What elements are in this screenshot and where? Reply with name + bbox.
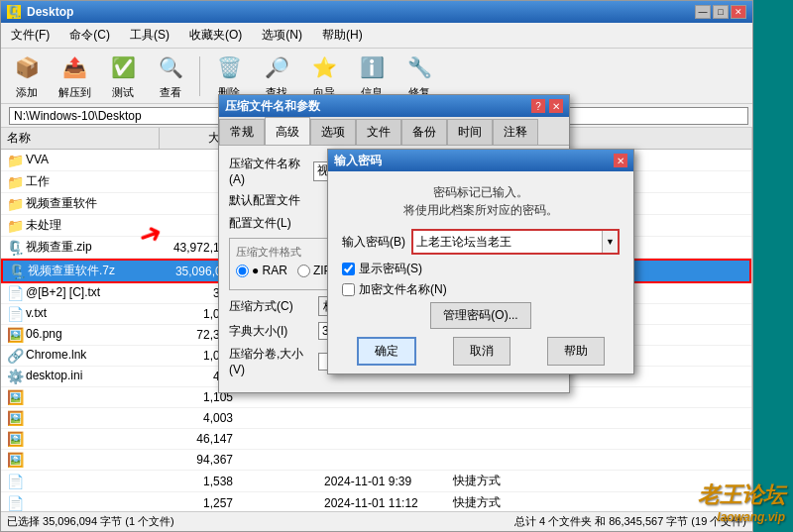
encrypt-names-checkbox[interactable] (342, 283, 355, 296)
list-item[interactable]: 📄 1,257 2024-11-01 11:12 快捷方式 (1, 492, 751, 511)
plugin-file-label: 配置文件(L) (229, 215, 313, 232)
col-header-name[interactable]: 名称 (1, 128, 160, 149)
img-icon: 🖼️ (7, 410, 23, 426)
file-name: ⚙️desktop.ini (1, 368, 160, 385)
file-name: 🗜️视频查重.zip (1, 238, 160, 257)
password-dropdown-btn[interactable]: ▼ (602, 231, 618, 253)
split-label: 压缩分卷,大小(V) (229, 346, 318, 376)
toolbar-test-label: 测试 (112, 85, 134, 100)
file-method (447, 438, 516, 440)
compress-tab-time[interactable]: 时间 (447, 119, 493, 145)
folder-icon: 📁 (7, 174, 23, 190)
wizard-icon: ⭐ (308, 52, 340, 83)
show-password-row: 显示密码(S) (342, 261, 620, 277)
menu-options[interactable]: 选项(N) (256, 25, 308, 46)
app-icon: 🗜️ (7, 5, 21, 19)
file-name: 🖼️ (1, 409, 160, 427)
toolbar-view[interactable]: 🔍 查看 (149, 50, 192, 102)
menu-tools[interactable]: 工具(S) (124, 25, 175, 46)
toolbar-extract[interactable]: 📤 解压到 (53, 50, 97, 102)
compress-tab-backup[interactable]: 备份 (401, 119, 447, 145)
archive-name-label: 压缩文件名称(A) (229, 156, 313, 186)
password-btn-row: 确定 取消 帮助 (342, 337, 620, 366)
menu-bar: 文件(F) 命令(C) 工具(S) 收藏夹(O) 选项(N) 帮助(H) (1, 23, 752, 49)
delete-icon: 🗑️ (213, 52, 245, 83)
list-item[interactable]: 🖼️ 4,003 (1, 408, 751, 429)
file-name: 🖼️06.png (1, 326, 160, 344)
format-rar: ● RAR (236, 264, 287, 277)
menu-help[interactable]: 帮助(H) (316, 25, 369, 46)
menu-command[interactable]: 命令(C) (63, 25, 116, 46)
img-icon: 🖼️ (7, 431, 23, 447)
compress-tab-general[interactable]: 常规 (219, 119, 265, 145)
file-name: 📄@[B+2] [C].txt (1, 284, 160, 302)
zip-icon: 🗜️ (7, 240, 23, 256)
file-name: 🖼️ (1, 388, 160, 406)
file-modified (318, 396, 447, 398)
folder-icon: 📁 (7, 218, 23, 234)
minimize-button[interactable]: — (695, 5, 711, 19)
watermark-line2: laowang.vip (698, 510, 785, 524)
file-type (239, 417, 318, 419)
menu-favorites[interactable]: 收藏夹(O) (183, 25, 248, 46)
test-icon: ✅ (107, 52, 139, 83)
encrypt-names-row: 加密文件名称(N) (342, 281, 620, 298)
compress-dialog-title-bar: 压缩文件名和参数 ? ✕ (219, 95, 569, 117)
repair-icon: 🔧 (403, 52, 435, 83)
password-dialog-body: 密码标记已输入。 将使用此档案所对应的密码。 输入密码(B) ▼ 显示密码(S)… (328, 171, 633, 373)
show-password-label: 显示密码(S) (359, 261, 422, 277)
password-ok-btn[interactable]: 确定 (357, 337, 416, 366)
compress-tab-comment[interactable]: 注释 (493, 119, 538, 145)
window-controls: — □ ✕ (695, 5, 746, 19)
toolbar-view-label: 查看 (160, 85, 181, 100)
file-name: 📄v.txt (1, 305, 160, 323)
file-method: 快捷方式 (447, 472, 516, 490)
compress-dialog-help-btn[interactable]: ? (531, 99, 545, 113)
toolbar-add-label: 添加 (16, 85, 38, 100)
file-type (239, 480, 318, 482)
info-icon: ℹ️ (356, 52, 388, 83)
toolbar-test[interactable]: ✅ 测试 (101, 50, 145, 102)
list-item[interactable]: 🖼️ 94,367 (1, 450, 751, 471)
compress-dialog-close-btn[interactable]: ✕ (549, 99, 563, 113)
format-zip-radio[interactable] (297, 265, 310, 277)
toolbar-add[interactable]: 📦 添加 (5, 50, 49, 102)
close-button[interactable]: ✕ (731, 5, 746, 19)
file-modified (318, 438, 447, 440)
add-icon: 📦 (11, 52, 43, 83)
file-name: 🔗Chrome.lnk (1, 347, 160, 365)
compress-tab-files[interactable]: 文件 (356, 119, 401, 145)
password-cancel-btn[interactable]: 取消 (453, 337, 510, 366)
encrypt-names-label: 加密文件名称(N) (359, 281, 447, 298)
manage-password-row: 管理密码(O)... (342, 302, 620, 329)
manage-password-btn[interactable]: 管理密码(O)... (430, 302, 530, 329)
password-help-btn[interactable]: 帮助 (547, 337, 605, 366)
file-name: 🖼️ (1, 451, 160, 469)
img-icon: 🖼️ (7, 389, 23, 405)
method-label: 压缩方式(C) (229, 298, 318, 315)
compress-dialog-tabs: 常规 高级 选项 文件 备份 时间 注释 (219, 117, 569, 146)
compress-tab-options[interactable]: 选项 (310, 119, 356, 145)
folder-icon: 📁 (7, 153, 23, 168)
file-name: 📁VVA (1, 152, 160, 169)
format-rar-radio[interactable] (236, 265, 249, 277)
status-bar: 已选择 35,096,094 字节 (1 个文件) 总计 4 个文件夹 和 86… (1, 511, 752, 531)
menu-file[interactable]: 文件(F) (5, 25, 56, 46)
file-modified (318, 459, 447, 461)
password-input[interactable] (413, 231, 602, 253)
list-item[interactable]: 🖼️ 46,147 (1, 429, 751, 450)
default-config-label: 默认配置文件 (229, 192, 313, 209)
file-size: 46,147 (160, 431, 239, 447)
show-password-checkbox[interactable] (342, 263, 355, 275)
maximize-button[interactable]: □ (713, 5, 729, 19)
file-name: 🖼️ (1, 430, 160, 448)
compress-tab-advanced[interactable]: 高级 (265, 117, 310, 145)
list-item[interactable]: 📄 1,538 2024-11-01 9:39 快捷方式 (1, 471, 751, 492)
password-dialog: 输入密码 ✕ 密码标记已输入。 将使用此档案所对应的密码。 输入密码(B) ▼ … (327, 149, 634, 374)
file-method: 快捷方式 (447, 493, 516, 511)
file-icon: 📄 (7, 495, 23, 511)
file-name: 📄 (1, 494, 160, 512)
7z-icon: 🗜️ (9, 264, 25, 279)
password-dialog-close-btn[interactable]: ✕ (614, 154, 627, 167)
file-name: 📁工作 (1, 172, 160, 191)
